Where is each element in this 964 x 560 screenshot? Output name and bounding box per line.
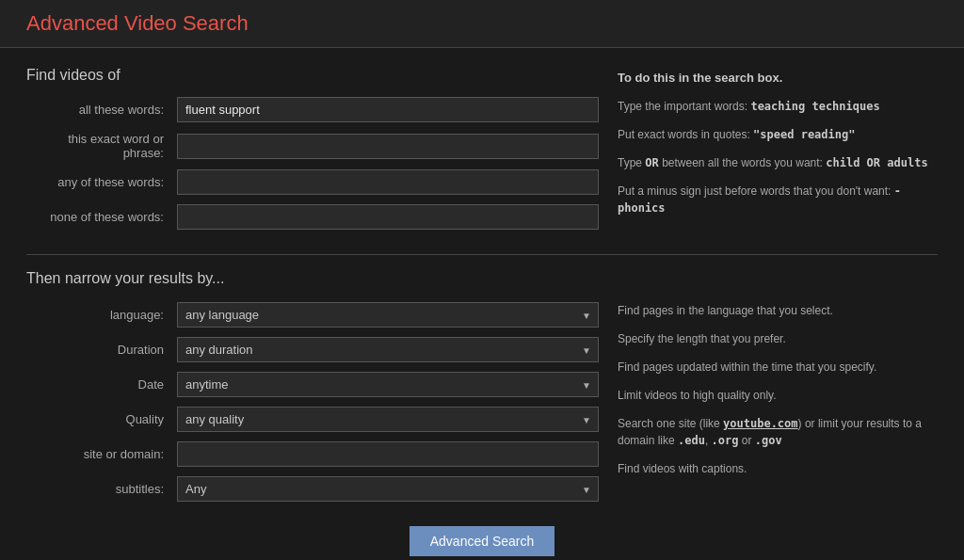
date-row: Date anytime past hour past 24 hours pas… (26, 372, 599, 397)
subtitles-select[interactable]: Any Closed captions (177, 476, 599, 502)
hint-date: Find pages updated within the time that … (618, 359, 938, 376)
exact-word-row: this exact word or phrase: (26, 132, 599, 160)
find-section: Find videos of all these words: this exa… (26, 67, 938, 239)
hint-site-domain-edu: .edu (678, 434, 705, 447)
all-words-label: all these words: (26, 103, 177, 117)
hint-none-words: Put a minus sign just before words that … (618, 183, 938, 216)
none-words-row: none of these words: (26, 204, 599, 230)
subtitles-label: subtitles: (26, 482, 177, 496)
hint-site-domain-org: .org (712, 434, 739, 447)
hint-duration: Specify the length that you prefer. (618, 330, 938, 347)
hint-site-domain: Search one site (like youtube.com) or li… (618, 415, 938, 449)
quality-select[interactable]: any quality high quality (177, 407, 599, 432)
duration-select-wrapper: any duration short (less than 4 minutes)… (177, 337, 599, 362)
advanced-search-button[interactable]: Advanced Search (410, 526, 555, 556)
hint-all-words: Type the important words: teaching techn… (618, 98, 938, 115)
quality-label: Quality (26, 412, 177, 426)
duration-select[interactable]: any duration short (less than 4 minutes)… (177, 337, 599, 362)
right-section-title: To do this in the search box. (618, 71, 938, 85)
find-left: Find videos of all these words: this exa… (26, 67, 599, 239)
hint-exact-word-mono: "speed reading" (753, 128, 855, 141)
hint-site-domain-mono: youtube.com (723, 417, 797, 430)
header: Advanced Video Search (0, 0, 964, 48)
any-words-row: any of these words: (26, 169, 599, 195)
quality-select-wrapper: any quality high quality ▼ (177, 407, 599, 432)
narrow-section: Then narrow your results by... language:… (26, 270, 938, 511)
hint-all-words-mono: teaching techniques (750, 100, 879, 113)
all-words-input[interactable] (177, 97, 599, 122)
site-domain-row: site or domain: (26, 441, 599, 467)
hint-site-domain-gov: .gov (755, 434, 782, 447)
any-words-label: any of these words: (26, 175, 177, 189)
hint-or-mono: OR (645, 156, 658, 169)
date-select[interactable]: anytime past hour past 24 hours past wee… (177, 372, 599, 397)
subtitles-row: subtitles: Any Closed captions ▼ (26, 476, 599, 502)
narrow-right: Find pages in the language that you sele… (618, 270, 938, 511)
all-words-row: all these words: (26, 97, 599, 122)
find-title: Find videos of (26, 67, 599, 84)
find-right: To do this in the search box. Type the i… (618, 67, 938, 239)
narrow-title: Then narrow your results by... (26, 270, 599, 287)
language-select[interactable]: any language Arabic English French Germa… (177, 302, 599, 328)
hint-none-words-mono: -phonics (618, 184, 901, 215)
site-domain-input[interactable] (177, 441, 599, 467)
main-content: Find videos of all these words: this exa… (0, 48, 964, 560)
date-label: Date (26, 377, 177, 392)
narrow-left: Then narrow your results by... language:… (26, 270, 599, 511)
language-label: language: (26, 308, 177, 322)
hint-quality: Limit videos to high quality only. (618, 387, 938, 404)
subtitles-select-wrapper: Any Closed captions ▼ (177, 476, 599, 502)
hint-any-words-mono: child OR adults (826, 156, 927, 169)
page-title: Advanced Video Search (26, 11, 938, 36)
quality-row: Quality any quality high quality ▼ (26, 407, 599, 432)
language-row: language: any language Arabic English Fr… (26, 302, 599, 328)
none-words-input[interactable] (177, 204, 599, 230)
none-words-label: none of these words: (26, 210, 177, 224)
language-select-wrapper: any language Arabic English French Germa… (177, 302, 599, 328)
button-row: Advanced Search (26, 526, 938, 556)
duration-label: Duration (26, 343, 177, 357)
hint-exact-word: Put exact words in quotes: "speed readin… (618, 126, 938, 143)
any-words-input[interactable] (177, 169, 599, 195)
hint-language: Find pages in the language that you sele… (618, 302, 938, 319)
exact-word-label: this exact word or phrase: (26, 132, 177, 160)
date-select-wrapper: anytime past hour past 24 hours past wee… (177, 372, 599, 397)
hint-any-words: Type OR between all the words you want: … (618, 154, 938, 171)
exact-word-input[interactable] (177, 134, 599, 159)
divider (26, 254, 938, 255)
duration-row: Duration any duration short (less than 4… (26, 337, 599, 362)
site-domain-label: site or domain: (26, 447, 177, 461)
hint-subtitles: Find videos with captions. (618, 460, 938, 477)
